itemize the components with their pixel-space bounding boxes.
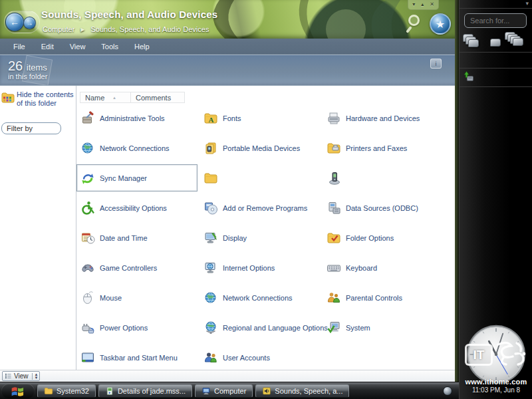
sidebar-divider: [460, 52, 532, 53]
sync-device-icon[interactable]: [462, 70, 474, 82]
chat-bubbles-stack-icon[interactable]: [505, 32, 527, 49]
menu-help[interactable]: Help: [126, 40, 158, 53]
info-panel-button[interactable]: i: [430, 59, 442, 68]
minimize-icon[interactable]: ▾: [412, 1, 415, 8]
game-controller-icon: [80, 261, 95, 275]
cp-item-folder-options[interactable]: Folder Options: [323, 224, 453, 251]
sort-ascending-icon: ▴: [113, 92, 116, 103]
cp-item-label: Administrative Tools: [100, 114, 165, 122]
forward-button[interactable]: →: [23, 17, 36, 29]
window-titlebar[interactable]: ▾ ▴ ✕ ← → Sounds, Speech, and Audio Devi…: [0, 0, 459, 39]
cp-item-label: Game Controllers: [100, 264, 157, 272]
cp-item-mouse[interactable]: Mouse: [76, 284, 198, 311]
portable-media-icon: [203, 141, 218, 156]
menu-bar: FileEditViewToolsHelp: [0, 39, 459, 55]
cp-item-label: Add or Remove Programs: [223, 204, 307, 212]
breadcrumb-current[interactable]: Sounds, Speech, and Audio Devices: [90, 25, 209, 33]
magnifier-lens: [408, 15, 420, 26]
menu-tools[interactable]: Tools: [93, 40, 126, 53]
cp-item-hardware-and-devices[interactable]: Hardware and Devices: [323, 104, 453, 132]
cp-item-display[interactable]: Display: [200, 224, 321, 251]
sidebar-divider: [460, 68, 532, 68]
cp-item-regional-and-language-options[interactable]: Regional and Language Options: [200, 314, 321, 341]
cp-item-fonts[interactable]: AFonts: [200, 104, 321, 132]
cp-item-user-accounts[interactable]: User Accounts: [200, 344, 321, 370]
cp-item-printers-and-faxes[interactable]: Printers and Faxes: [323, 134, 453, 162]
cp-item-power-options[interactable]: Power Options: [76, 314, 198, 341]
fonts-icon: A: [203, 111, 218, 126]
cp-item-portable-media-devices[interactable]: Portable Media Devices: [200, 134, 321, 162]
cp-item-internet-options[interactable]: Internet Options: [200, 254, 321, 281]
menu-file[interactable]: File: [5, 40, 33, 53]
folder-content: Hide the contents of this folder Name ▴ …: [0, 85, 455, 370]
computer-icon: [201, 386, 211, 396]
cp-item-data-sources-odbc[interactable]: Data Sources (ODBC): [323, 194, 453, 221]
item-count-unit: items: [27, 63, 47, 72]
parental-controls-icon: [327, 291, 341, 305]
taskbar-button-label: System32: [57, 387, 89, 395]
user-accounts-icon: [203, 350, 218, 365]
taskbar-button-sounds-speech-a[interactable]: Sounds, Speech, a...: [255, 384, 349, 398]
cp-item-administrative-tools[interactable]: Administrative Tools: [76, 104, 198, 132]
cp-item-taskbar-and-start-menu[interactable]: Taskbar and Start Menu: [76, 344, 198, 370]
taskbar-button-computer[interactable]: Computer: [195, 384, 253, 398]
cp-item-network-connections[interactable]: Network Connections: [200, 284, 321, 311]
cp-item-game-controllers[interactable]: Game Controllers: [76, 254, 198, 281]
menu-view[interactable]: View: [62, 40, 94, 53]
cp-item-unnamed-8[interactable]: [323, 164, 453, 192]
sidebar-divider: [460, 86, 532, 87]
cp-item-unnamed-7[interactable]: [200, 164, 321, 192]
cp-item-label: Folder Options: [346, 234, 394, 242]
sidebar-search-input[interactable]: [464, 13, 527, 28]
cp-item-label: Taskbar and Start Menu: [100, 354, 178, 362]
cp-item-network-connections[interactable]: Network Connections: [76, 134, 198, 162]
column-name-label: Name: [85, 92, 104, 103]
search-icon[interactable]: [407, 15, 426, 33]
column-header-name[interactable]: Name ▴: [80, 92, 131, 103]
maximize-icon[interactable]: ▴: [421, 1, 424, 8]
cp-item-system[interactable]: System: [323, 314, 453, 341]
desktop: ▾ ▴ ✕ ← → Sounds, Speech, and Audio Devi…: [0, 0, 532, 399]
ithome-logo: IT: [465, 344, 493, 366]
view-spinner[interactable]: ▲▼: [32, 373, 39, 380]
list-view-icon: [5, 373, 11, 379]
taskbar-button-details-of-jade-mss[interactable]: Details of jade.mss...: [98, 384, 192, 398]
folder-info-band: 26 items in this folder i: [0, 55, 459, 85]
cp-item-accessibility-options[interactable]: Accessibility Options: [76, 194, 198, 221]
item-count: 26 items in this folder: [8, 59, 47, 80]
cp-item-parental-controls[interactable]: Parental Controls: [323, 284, 453, 311]
chat-bubble-icon[interactable]: [490, 39, 502, 48]
longhorn-sidebar: ▾: [459, 0, 532, 399]
cp-item-label: Sync Manager: [100, 174, 147, 182]
breadcrumb-root[interactable]: Computer: [43, 25, 74, 33]
back-button[interactable]: ←: [5, 13, 24, 31]
column-header-comments[interactable]: Comments: [130, 92, 185, 103]
data-sources-icon: [327, 201, 341, 215]
menu-edit[interactable]: Edit: [33, 40, 62, 53]
cp-item-label: Display: [223, 234, 247, 242]
add-remove-programs-icon: [203, 201, 218, 215]
cp-item-label: User Accounts: [223, 354, 270, 362]
breadcrumb-separator-icon: ▶: [80, 27, 84, 33]
admin-tools-icon: [80, 111, 95, 126]
task-panel: Hide the contents of this folder: [0, 86, 76, 370]
chat-bubbles-stack-icon[interactable]: [463, 34, 483, 50]
close-icon[interactable]: ✕: [430, 1, 434, 8]
ithome-calligraphy: [494, 339, 527, 368]
sidebar-chevron-icon[interactable]: ▾: [525, 0, 529, 7]
cp-item-sync-manager[interactable]: Sync Manager: [76, 164, 198, 192]
filter-input[interactable]: [1, 122, 61, 134]
magnifier-handle: [406, 26, 412, 33]
start-button[interactable]: [1, 384, 35, 398]
taskbar-button-label: Computer: [214, 387, 246, 395]
tray-toggle-button[interactable]: [443, 386, 452, 396]
folder-icon: [203, 171, 218, 186]
taskbar-button-system32[interactable]: System32: [37, 384, 96, 398]
favorites-star-button[interactable]: ★: [430, 13, 451, 35]
printers-faxes-icon: [327, 141, 341, 156]
view-dropdown-button[interactable]: View ▲▼: [2, 371, 40, 381]
cp-item-keyboard[interactable]: Keyboard: [323, 254, 453, 281]
cp-item-date-and-time[interactable]: Date and Time: [76, 224, 198, 251]
cp-item-add-or-remove-programs[interactable]: Add or Remove Programs: [200, 194, 321, 221]
hide-contents-link[interactable]: Hide the contents of this folder: [1, 90, 75, 108]
